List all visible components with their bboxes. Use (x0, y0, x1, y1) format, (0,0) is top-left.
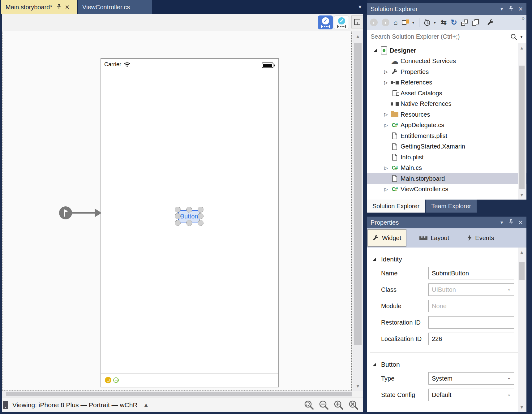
uibutton-selection[interactable]: Button (178, 210, 200, 222)
module-input[interactable] (428, 300, 514, 312)
sync-icon[interactable]: ⇆ (441, 19, 447, 26)
search-icon[interactable] (510, 33, 517, 40)
home-icon[interactable]: ⌂ (393, 19, 398, 26)
chevron-down-icon[interactable]: ▼ (433, 20, 437, 25)
tree-scrollbar[interactable]: ▲ ▼ (518, 43, 526, 200)
pin-icon[interactable] (509, 219, 513, 226)
localization-id-input[interactable] (428, 333, 514, 345)
scrollbar-thumb[interactable] (354, 43, 362, 345)
tree-item-asset-catalogs[interactable]: Asset Catalogs (367, 88, 526, 99)
expand-caret-icon[interactable]: ▷ (383, 69, 389, 75)
collapse-caret-icon[interactable] (372, 48, 379, 53)
tree-item-gettingstarted[interactable]: GettingStarted.Xamarin (367, 141, 526, 152)
show-all-files-icon[interactable] (472, 19, 479, 26)
tab-layout[interactable]: Layout (414, 229, 454, 247)
constraints-edit-button[interactable] (334, 15, 349, 29)
restoration-id-input[interactable] (428, 316, 514, 329)
tree-item-maincs[interactable]: ▷ C# Main.cs (367, 163, 526, 174)
refresh-icon[interactable]: ↻ (451, 19, 457, 26)
zoom-actual-size-icon[interactable] (348, 400, 359, 410)
design-surface[interactable]: Carrier Button (2, 31, 352, 391)
expand-caret-icon[interactable]: ▷ (383, 165, 389, 171)
split-view-button[interactable] (351, 15, 363, 28)
tab-list-chevron-icon[interactable]: ▼ (358, 4, 363, 10)
zoom-out-icon[interactable] (319, 400, 329, 410)
scroll-up-icon[interactable]: ▲ (520, 46, 524, 50)
iphone-canvas[interactable]: Carrier Button (101, 58, 279, 387)
tab-main-storyboard[interactable]: Main.storyboard* × (1, 0, 77, 14)
pin-icon[interactable] (57, 4, 61, 11)
properties-header[interactable]: Properties ▼ × (367, 217, 526, 228)
initial-view-controller-arrow[interactable] (58, 205, 104, 222)
collapse-caret-icon[interactable] (373, 363, 376, 366)
view-controller-badge-icon[interactable] (105, 377, 111, 383)
close-icon[interactable]: × (518, 219, 523, 226)
collapse-caret-icon[interactable] (373, 258, 376, 261)
switch-views-icon[interactable] (402, 19, 409, 26)
tree-item-connected-services[interactable]: ☁ Connected Services (367, 56, 526, 67)
search-input[interactable] (370, 33, 510, 41)
type-combo[interactable] (428, 372, 514, 385)
constraints-check-button[interactable]: ✓ (318, 15, 333, 29)
resize-handle-n[interactable] (186, 207, 192, 213)
class-combo[interactable] (428, 283, 514, 296)
resize-handle-e[interactable] (198, 213, 204, 219)
chevron-down-icon[interactable]: ▼ (520, 35, 523, 39)
button-section-header[interactable]: Button (373, 361, 526, 368)
resize-handle-nw[interactable] (175, 207, 181, 213)
scroll-down-icon[interactable]: ▼ (520, 405, 524, 409)
tree-item-properties[interactable]: ▷ Properties (367, 67, 526, 77)
resize-handle-ne[interactable] (198, 207, 204, 213)
resize-handle-se[interactable] (198, 220, 204, 226)
properties-scrollbar[interactable]: ▲ ▼ (518, 248, 526, 412)
window-position-icon[interactable]: ▼ (500, 220, 504, 225)
tree-item-viewcontroller[interactable]: ▷ C# ViewController.cs (367, 184, 526, 195)
name-input[interactable] (428, 267, 514, 279)
solution-explorer-header[interactable]: Solution Explorer ▼ × (367, 3, 526, 15)
resize-handle-sw[interactable] (175, 220, 181, 226)
resize-handle-w[interactable] (175, 213, 181, 219)
close-icon[interactable]: × (518, 5, 523, 13)
tab-widget[interactable]: Widget (367, 229, 406, 247)
forward-icon[interactable]: › (382, 19, 389, 26)
close-tab-icon[interactable]: × (65, 3, 69, 11)
zoom-fit-icon[interactable] (304, 400, 314, 410)
designer-horizontal-scrollbar[interactable] (2, 391, 352, 397)
window-position-icon[interactable]: ▼ (500, 6, 504, 11)
expand-caret-icon[interactable]: ▷ (383, 123, 389, 128)
expand-caret-icon[interactable]: ▷ (383, 187, 389, 192)
collapse-all-icon[interactable]: − (461, 19, 468, 26)
tree-item-references[interactable]: ▷ References (367, 77, 526, 88)
tab-events[interactable]: Events (462, 229, 499, 247)
pin-icon[interactable] (509, 6, 513, 13)
scrollbar-thumb[interactable] (6, 392, 352, 396)
tree-item-appdelegate[interactable]: ▷ C# AppDelegate.cs (367, 120, 526, 131)
tab-viewcontroller[interactable]: ViewController.cs (78, 0, 152, 14)
expand-caret-icon[interactable]: ▷ (383, 112, 389, 117)
scrollbar-thumb[interactable] (519, 66, 525, 189)
tree-item-resources[interactable]: ▷ Resources (367, 109, 526, 120)
back-icon[interactable]: ‹ (370, 19, 378, 26)
identity-section-header[interactable]: Identity (373, 256, 526, 263)
expand-caret-icon[interactable]: ▷ (383, 80, 389, 85)
scroll-down-icon[interactable]: ▼ (520, 193, 524, 197)
tab-solution-explorer[interactable]: Solution Explorer (367, 200, 425, 213)
designer-vertical-scrollbar[interactable]: ▲ ▼ (353, 31, 363, 391)
zoom-in-icon[interactable] (333, 400, 344, 410)
toolbar-overflow-icon[interactable]: » (522, 15, 525, 21)
state-config-combo[interactable] (428, 389, 514, 401)
pending-changes-filter-icon[interactable] (423, 19, 431, 26)
exit-segue-icon[interactable] (113, 377, 120, 383)
chevron-down-icon[interactable]: ▼ (411, 20, 415, 25)
scroll-up-icon[interactable]: ▲ (356, 34, 360, 38)
properties-wrench-icon[interactable] (487, 19, 494, 26)
tree-item-infoplist[interactable]: Info.plist (367, 152, 526, 163)
tree-item-entitlements[interactable]: Entitlements.plist (367, 131, 526, 141)
tree-item-native-references[interactable]: Native References (367, 99, 526, 110)
resize-handle-s[interactable] (186, 220, 192, 226)
scroll-up-icon[interactable]: ▲ (520, 250, 524, 254)
tab-team-explorer[interactable]: Team Explorer (426, 200, 477, 213)
tree-item-mainstoryboard[interactable]: Main.storyboard (367, 173, 526, 184)
scroll-down-icon[interactable]: ▼ (356, 384, 360, 388)
scrollbar-thumb[interactable] (519, 262, 525, 280)
